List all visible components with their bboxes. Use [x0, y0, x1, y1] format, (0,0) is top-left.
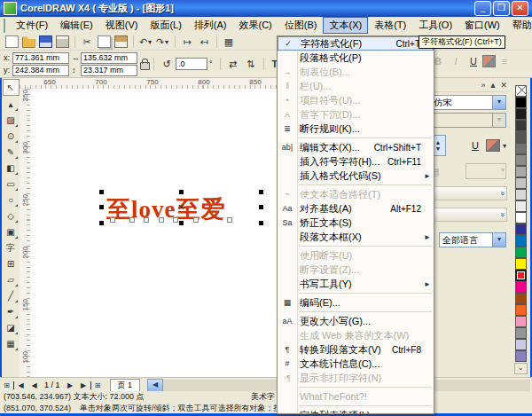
- color-swatch-purple[interactable]: [515, 350, 527, 362]
- new-icon[interactable]: [4, 35, 20, 49]
- copy-icon[interactable]: [96, 35, 112, 49]
- interactive-fill-tool[interactable]: ▦: [4, 336, 19, 351]
- color-swatch-none[interactable]: [515, 85, 527, 97]
- close-button[interactable]: ✕: [512, 1, 528, 16]
- character-node[interactable]: [173, 217, 178, 223]
- docker-collapse-icon[interactable]: »: [481, 81, 486, 90]
- scroll-left-arrow[interactable]: ◀: [147, 379, 163, 392]
- expand-chevron-icon[interactable]: »: [497, 212, 506, 216]
- color-swatch-30%-black[interactable]: [515, 177, 527, 189]
- text-menu-item[interactable]: 段落格式化(P): [278, 51, 434, 65]
- color-swatch-50%-black[interactable]: [515, 154, 527, 166]
- selection-handle[interactable]: [179, 221, 184, 225]
- color-swatch-pink[interactable]: [515, 316, 527, 327]
- lock-ratio-icon[interactable]: [140, 62, 150, 70]
- menubar-item[interactable]: 位图(B): [278, 17, 324, 34]
- minimize-button[interactable]: _: [474, 1, 491, 16]
- previous-page-icon[interactable]: ◀: [27, 381, 41, 389]
- color-swatch-green[interactable]: [515, 247, 527, 258]
- font-family-select[interactable]: 仿宋 ▾: [430, 95, 506, 110]
- color-swatch-lavender[interactable]: [515, 339, 527, 350]
- blend-tool[interactable]: ▱: [4, 272, 19, 287]
- freehand-tool[interactable]: ✎: [4, 145, 19, 160]
- color-swatch-red[interactable]: [515, 270, 527, 281]
- selection-handle[interactable]: [259, 205, 263, 209]
- menubar-item[interactable]: 窗口(W): [458, 17, 506, 34]
- color-swatch-white[interactable]: [515, 212, 527, 224]
- color-swatch-70%-black[interactable]: [515, 131, 527, 143]
- color-swatch-blue[interactable]: [515, 235, 527, 247]
- text-menu-item[interactable]: #文本统计信息(C)...: [278, 357, 434, 371]
- color-swatch-10%-black[interactable]: [515, 200, 527, 212]
- print-icon[interactable]: [54, 35, 70, 49]
- add-page-icon[interactable]: ⊞: [91, 381, 105, 389]
- add-page-icon[interactable]: ⊞: [0, 381, 13, 389]
- text-menu-item[interactable]: 插入格式化代码(S)►: [278, 169, 434, 183]
- text-menu-item[interactable]: ≣断行规则(K)...: [278, 122, 434, 136]
- y-position-input[interactable]: 242.384 mm: [12, 65, 69, 76]
- character-node[interactable]: [159, 217, 164, 223]
- color-swatch-90%-black[interactable]: [515, 108, 527, 120]
- import-icon[interactable]: ↦: [179, 35, 195, 49]
- eyedropper-tool[interactable]: ╱: [4, 288, 19, 303]
- app-launcher-icon[interactable]: ▦: [221, 35, 237, 49]
- docker-close-icon[interactable]: ✕: [500, 81, 507, 90]
- character-node[interactable]: [110, 217, 115, 223]
- palette-more-icon[interactable]: ⌄: [514, 363, 528, 374]
- character-node[interactable]: [227, 217, 232, 223]
- menubar-item[interactable]: 视图(V): [99, 17, 145, 34]
- open-icon[interactable]: [20, 35, 36, 49]
- next-page-icon[interactable]: ▶: [64, 381, 77, 389]
- menubar-item[interactable]: 版面(L): [144, 17, 187, 34]
- text-menu-item[interactable]: 书写工具(Y)►: [278, 277, 434, 291]
- color-swatch-60%-black[interactable]: [515, 143, 527, 154]
- fill-color-button[interactable]: [482, 55, 496, 67]
- menubar-item[interactable]: 帮助(H): [506, 17, 532, 34]
- crop-tool[interactable]: ▨: [4, 113, 19, 128]
- alignment-button[interactable]: ≡: [497, 53, 512, 69]
- italic-button[interactable]: I: [448, 53, 464, 69]
- fill-tool[interactable]: ◪: [4, 320, 19, 335]
- text-menu-item[interactable]: aA更改大小写(G)...: [278, 314, 434, 328]
- object-height-input[interactable]: 23.317 mm: [81, 65, 137, 76]
- object-width-input[interactable]: 135.632 mm: [81, 52, 137, 64]
- color-swatch-80%-black[interactable]: [515, 120, 527, 131]
- polygon-tool[interactable]: ◇: [4, 208, 19, 224]
- artistic-text-object[interactable]: 至love至爱: [106, 193, 226, 225]
- selection-handle[interactable]: [99, 190, 104, 194]
- text-menu-item[interactable]: Aa对齐基线(A)Alt+F12: [278, 201, 434, 216]
- export-icon[interactable]: ↤: [196, 35, 212, 49]
- color-swatch-brown[interactable]: [515, 293, 527, 304]
- smart-fill-tool[interactable]: ◧: [4, 161, 19, 176]
- color-swatch-20%-black[interactable]: [515, 189, 527, 200]
- rectangle-tool[interactable]: ▭: [4, 177, 19, 192]
- text-menu-item[interactable]: ▦编码(E)...: [278, 295, 434, 310]
- chevron-down-icon[interactable]: ▾: [492, 96, 505, 109]
- menubar-item[interactable]: 表格(T): [368, 17, 412, 34]
- color-swatch-black[interactable]: [515, 97, 527, 108]
- shape-tool[interactable]: ▴: [4, 97, 19, 112]
- x-position-input[interactable]: 771.361 mm: [12, 52, 69, 64]
- character-fill-button[interactable]: [486, 139, 500, 152]
- menubar-item[interactable]: 效果(C): [233, 17, 278, 34]
- text-menu-item[interactable]: 段落文本框(X)►: [278, 230, 434, 244]
- restore-button[interactable]: ❐: [493, 1, 510, 16]
- character-node[interactable]: [144, 217, 149, 223]
- color-swatch-blue-navy[interactable]: [515, 224, 527, 235]
- menubar-item[interactable]: 排列(A): [188, 17, 233, 34]
- text-menu-item[interactable]: ab|编辑文本(X)...Ctrl+Shift+T: [278, 140, 434, 154]
- outline-tool[interactable]: ✒: [4, 304, 19, 319]
- ellipse-tool[interactable]: ○: [4, 192, 19, 208]
- color-swatch-gray[interactable]: [515, 327, 527, 339]
- color-swatch-yellow[interactable]: [515, 258, 527, 270]
- text-tool[interactable]: 字: [4, 240, 19, 255]
- table-tool[interactable]: ⊞: [4, 256, 19, 271]
- cut-icon[interactable]: ✂: [79, 35, 95, 49]
- basic-shapes-tool[interactable]: ▣: [4, 224, 19, 239]
- rotation-angle-input[interactable]: .0: [176, 58, 207, 70]
- chevron-down-icon[interactable]: ▾: [492, 233, 505, 247]
- chevron-down-icon[interactable]: ▾: [503, 142, 506, 150]
- text-menu-item[interactable]: ¶转换到段落文本(V)Ctrl+F8: [278, 342, 434, 357]
- selection-handle[interactable]: [179, 190, 184, 194]
- section-character-shift[interactable]: »: [429, 186, 507, 200]
